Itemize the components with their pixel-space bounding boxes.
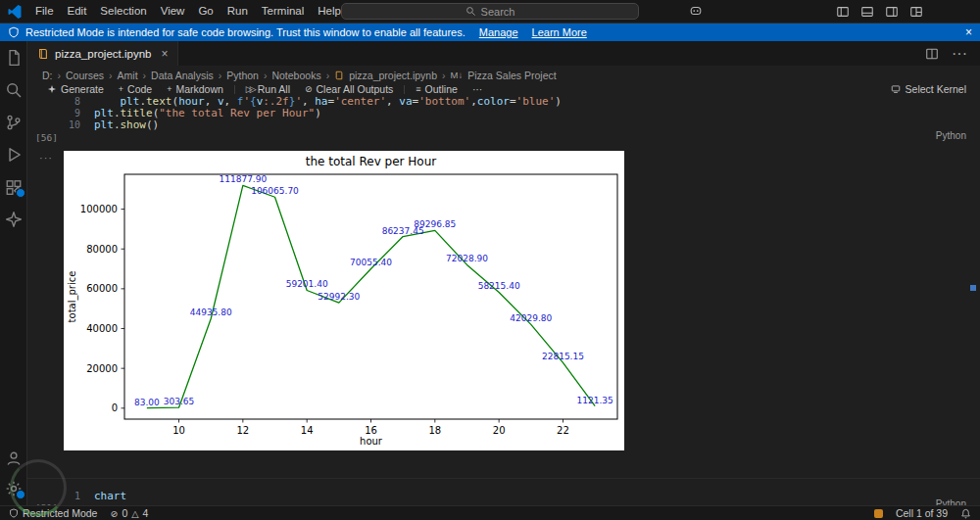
menu-file[interactable]: File [28,0,61,23]
code-text[interactable]: chart [94,491,126,502]
chart-title: the total Rev per Hour [306,155,437,168]
notebook-toolbar: Generate + Code + Markdown ▷▷ Run All ⊘ [27,83,980,95]
svg-text:106065.70: 106065.70 [251,186,299,196]
extensions-icon[interactable] [5,178,23,196]
outline-button[interactable]: ≡ Outline [410,83,464,95]
svg-text:72028.90: 72028.90 [446,254,488,263]
accounts-icon[interactable] [5,449,23,467]
svg-text:100000: 100000 [80,204,118,214]
add-markdown-button[interactable]: + Markdown [161,83,229,95]
breadcrumb-item-section[interactable]: Pizza Sales Project [467,70,556,81]
toolbar-more-actions-icon[interactable]: ··· [466,83,489,95]
svg-text:83.00: 83.00 [134,398,160,407]
cell1-language-label[interactable]: Python [936,130,966,141]
add-code-button[interactable]: + Code [113,83,158,95]
restricted-mode-label: Restricted Mode [23,507,97,519]
notifications-bell-icon[interactable] [960,508,971,519]
svg-text:40000: 40000 [86,323,118,334]
run-debug-icon[interactable] [5,146,23,164]
breadcrumb-separator: › [58,70,62,81]
toggle-secondary-sidebar-icon[interactable] [885,5,899,19]
menu-run[interactable]: Run [220,0,255,23]
code-line[interactable]: 9plt.title("the total Rev per Hour") [27,108,980,119]
svg-text:52992.30: 52992.30 [318,292,360,302]
breadcrumb-separator: › [442,70,446,81]
breadcrumb-item-amit[interactable]: Amit [118,70,138,81]
code-line[interactable]: 1chart [27,491,980,502]
breadcrumb-item-drive[interactable]: D: [42,70,53,81]
line-number: 1 [27,491,94,502]
svg-text:12: 12 [236,425,249,436]
search-sidebar-icon[interactable] [5,81,23,99]
workbench: pizza_project.ipynb × ··· D:› Courses› A… [27,41,980,505]
code-line[interactable]: 10plt.show() [27,119,980,131]
svg-text:20000: 20000 [86,363,118,374]
breadcrumb-item-data-analysis[interactable]: Data Analysis [151,70,214,81]
breadcrumb-separator: › [109,70,113,81]
code-text[interactable]: plt.show() [94,119,159,131]
tab-bar: pizza_project.ipynb × ··· [27,41,980,67]
run-all-icon: ▷▷ [246,84,254,94]
svg-text:22: 22 [557,425,569,436]
cell2-language-label[interactable]: Python [936,498,966,505]
split-editor-icon[interactable] [925,47,939,61]
svg-text:70055.40: 70055.40 [350,258,392,267]
menu-view[interactable]: View [154,0,192,23]
source-control-icon[interactable] [5,114,23,131]
clear-all-outputs-button[interactable]: ⊘ Clear All Outputs [299,83,399,95]
banner-learn-more-link[interactable]: Learn More [532,26,587,38]
code-cell-lines[interactable]: 8 plt.text(hour, v, f'{v:.2f}', ha='cent… [27,96,980,131]
svg-text:44935.80: 44935.80 [190,307,232,317]
line-number: 10 [27,119,94,131]
breadcrumb-item-file[interactable]: pizza_project.ipynb [349,70,437,81]
tab-pizza-project[interactable]: pizza_project.ipynb × [27,41,178,66]
warnings-icon: △ [131,508,138,519]
chat-sparkle-icon[interactable] [5,211,23,228]
outline-label: Outline [425,83,458,95]
search-icon [466,6,476,17]
cell-indicator-status[interactable]: Cell 1 of 39 [896,507,948,519]
menu-selection[interactable]: Selection [93,0,153,23]
toggle-panel-icon[interactable] [860,5,874,19]
svg-text:59201.40: 59201.40 [286,279,328,289]
toggle-primary-sidebar-icon[interactable] [836,5,850,19]
tab-close-icon[interactable]: × [161,47,168,61]
toolbar-separator [234,85,235,94]
vscode-logo-icon [7,4,23,20]
notebook-editor: 8 plt.text(hour, v, f'{v:.2f}', ha='cent… [27,95,980,505]
banner-manage-link[interactable]: Manage [479,26,518,38]
run-all-button[interactable]: ▷▷ Run All [240,83,296,95]
command-search-input[interactable]: Search [341,3,639,20]
customize-layout-icon[interactable] [909,5,923,19]
restricted-mode-status[interactable]: Restricted Mode [9,507,97,519]
copilot-icon[interactable] [689,4,703,18]
breadcrumb-separator: › [326,70,330,81]
tab-title: pizza_project.ipynb [55,48,151,60]
problems-status[interactable]: ⊘ 0 △ 4 [110,507,148,519]
code-cell2-lines[interactable]: 1chart [27,491,980,502]
line-number: 8 [27,96,94,108]
settings-badge [16,490,25,499]
toolbar-separator [404,85,405,94]
output-more-actions-icon[interactable]: ··· [39,152,53,164]
menu-terminal[interactable]: Terminal [255,0,311,23]
cell-divider [27,478,980,479]
explorer-icon[interactable] [5,49,23,67]
menu-edit[interactable]: Edit [61,0,94,23]
svg-text:111877.90: 111877.90 [220,174,268,184]
breadcrumb-item-python[interactable]: Python [226,70,259,81]
chart-xlabel: hour [360,436,383,447]
banner-close-icon[interactable]: × [965,25,972,39]
warning-count: 4 [143,507,149,519]
breadcrumb-item-notebooks[interactable]: Notebooks [271,70,320,81]
breadcrumb-item-courses[interactable]: Courses [66,70,104,81]
select-kernel-button[interactable]: Select Kernel [891,83,980,95]
settings-gear-icon[interactable] [5,480,23,497]
svg-text:0: 0 [112,402,118,413]
generate-button[interactable]: Generate [41,83,110,95]
select-kernel-label: Select Kernel [906,83,966,95]
status-warning-icon[interactable] [874,509,883,518]
notebook-file-icon [37,48,49,60]
menu-go[interactable]: Go [191,0,220,23]
editor-more-actions-icon[interactable]: ··· [952,45,967,63]
